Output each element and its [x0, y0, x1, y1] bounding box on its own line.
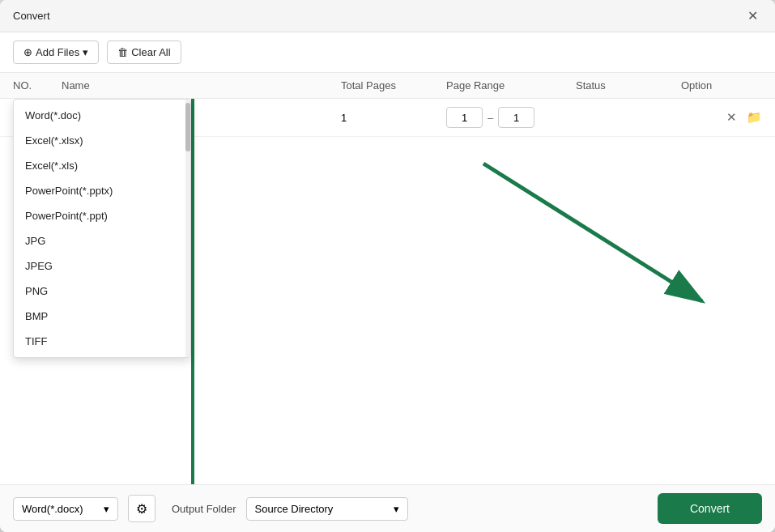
clear-all-button[interactable]: 🗑 Clear All	[107, 40, 181, 64]
green-vertical-bar	[191, 99, 194, 484]
output-folder-label: Output Folder	[172, 503, 236, 515]
col-no: NO.	[13, 79, 62, 92]
dropdown-item-png[interactable]: PNG	[14, 279, 185, 304]
row-total-pages: 1	[341, 112, 446, 124]
dropdown-item-jpeg[interactable]: JPEG	[14, 253, 185, 279]
remove-row-button[interactable]: ✕	[726, 110, 737, 125]
arrow-decoration	[467, 147, 743, 326]
window-title: Convert	[13, 10, 50, 22]
dropdown-item-excel-xls[interactable]: Excel(*.xls)	[14, 153, 185, 178]
format-select-dropdown[interactable]: Word(*.docx) ▾	[13, 497, 118, 521]
add-files-label: Add Files	[36, 46, 79, 58]
convert-window: Convert ✕ ⊕ Add Files ▾ 🗑 Clear All NO. …	[0, 0, 775, 532]
scrollbar-thumb	[185, 103, 190, 151]
format-dropdown-overlay: Word(*.doc) Excel(*.xlsx) Excel(*.xls) P…	[13, 99, 191, 358]
convert-button[interactable]: Convert	[658, 493, 762, 524]
page-from-input[interactable]	[446, 107, 483, 128]
col-status: Status	[576, 79, 681, 92]
dropdown-scrollbar[interactable]	[185, 100, 190, 357]
col-total-pages: Total Pages	[341, 79, 446, 92]
close-icon: ✕	[747, 8, 758, 23]
open-folder-button[interactable]: 📁	[747, 110, 762, 125]
page-to-input[interactable]	[498, 107, 534, 128]
dropdown-item-bmp[interactable]: BMP	[14, 304, 185, 329]
page-range-cell: –	[446, 107, 576, 128]
gear-icon: ⚙	[136, 501, 147, 517]
close-button[interactable]: ✕	[743, 6, 762, 26]
folder-icon: 📁	[747, 110, 762, 125]
dropdown-list: Word(*.doc) Excel(*.xlsx) Excel(*.xls) P…	[14, 100, 185, 357]
remove-icon: ✕	[726, 110, 737, 125]
clear-all-label: Clear All	[131, 46, 170, 58]
dropdown-item-tiff[interactable]: TIFF	[14, 329, 185, 354]
footer: Word(*.docx) ▾ ⚙ Output Folder Source Di…	[0, 484, 775, 532]
dropdown-inner: Word(*.doc) Excel(*.xlsx) Excel(*.xls) P…	[14, 100, 190, 357]
table-header: NO. Name Total Pages Page Range Status O…	[0, 73, 775, 99]
dropdown-item-pptx[interactable]: PowerPoint(*.pptx)	[14, 178, 185, 203]
dropdown-item-excel-xlsx[interactable]: Excel(*.xlsx)	[14, 128, 185, 153]
range-separator: –	[488, 112, 493, 124]
convert-label: Convert	[690, 502, 730, 515]
add-files-button[interactable]: ⊕ Add Files ▾	[13, 40, 99, 64]
dropdown-item-jpg[interactable]: JPG	[14, 228, 185, 253]
chevron-down-icon: ▾	[83, 46, 88, 58]
trash-icon: 🗑	[117, 46, 128, 58]
source-directory-dropdown[interactable]: Source Directory ▾	[246, 497, 408, 521]
dropdown-item-ppt[interactable]: PowerPoint(*.ppt)	[14, 203, 185, 228]
col-page-range: Page Range	[446, 79, 576, 92]
table-body: 1 Easter Friday message 1 – ✕ 📁	[0, 99, 775, 484]
chevron-down-icon: ▾	[394, 503, 399, 515]
col-option: Option	[681, 79, 762, 92]
option-cell: ✕ 📁	[681, 110, 762, 125]
settings-button[interactable]: ⚙	[128, 495, 155, 522]
chevron-down-icon: ▾	[104, 503, 109, 515]
add-icon: ⊕	[23, 46, 32, 58]
dropdown-item-word-doc[interactable]: Word(*.doc)	[14, 103, 185, 128]
toolbar: ⊕ Add Files ▾ 🗑 Clear All	[0, 32, 775, 73]
col-name: Name	[62, 79, 341, 92]
source-directory-label: Source Directory	[255, 503, 334, 515]
title-bar: Convert ✕	[0, 0, 775, 32]
format-label: Word(*.docx)	[22, 503, 83, 515]
